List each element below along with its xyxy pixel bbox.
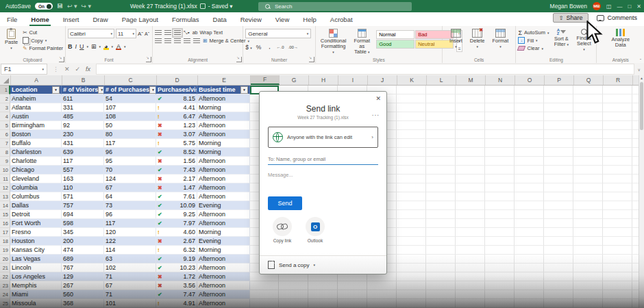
row-header-22[interactable]: 22 (0, 272, 10, 281)
link-permission-button[interactable]: Anyone with the link can edit › (268, 127, 378, 148)
cell-I23[interactable] (338, 281, 367, 290)
cell-F24[interactable] (250, 290, 279, 299)
cell-L15[interactable] (426, 210, 456, 219)
cell-purchases-12[interactable]: 67 (104, 183, 156, 192)
column-header-A[interactable]: A (11, 75, 62, 85)
cell-visitors-8[interactable]: 639 (62, 148, 104, 157)
cell-location-3[interactable]: Atlanta (10, 103, 62, 112)
cell-visitors-4[interactable]: 485 (62, 112, 104, 121)
cell-O20[interactable] (515, 255, 544, 264)
cell-O22[interactable] (515, 272, 544, 281)
increase-decimal-button[interactable]: ←.0 (277, 45, 284, 49)
delete-cells-button[interactable]: Delete▾ (467, 27, 488, 50)
cell-ratio-2[interactable]: ✔8.15 (156, 94, 197, 103)
cell-N5[interactable] (485, 121, 515, 130)
tab-file[interactable]: File (0, 12, 24, 26)
row-header-20[interactable]: 20 (0, 255, 10, 264)
tab-acrobat[interactable]: Acrobat (323, 12, 360, 26)
cell-ratio-12[interactable]: ✖1.47 (156, 183, 197, 192)
comma-button[interactable]: ， (265, 43, 272, 51)
cell-Q24[interactable] (573, 290, 603, 299)
row-header-15[interactable]: 15 (0, 210, 10, 219)
fill-color-button[interactable]: ◕ (103, 43, 108, 50)
cell-H24[interactable] (308, 290, 338, 299)
cell-O16[interactable] (515, 219, 544, 228)
column-header-M[interactable]: M (456, 75, 486, 85)
cell-N22[interactable] (485, 272, 515, 281)
cell-visitors-18[interactable]: 200 (62, 237, 104, 246)
cell-L4[interactable] (426, 112, 456, 121)
cell-R6[interactable] (603, 130, 632, 139)
cell-Q14[interactable] (573, 201, 603, 210)
cell-visitors-2[interactable]: 611 (62, 94, 104, 103)
cell-location-5[interactable]: Birmingham (10, 121, 62, 130)
table-header-E[interactable]: Busiest time▾ (197, 86, 250, 94)
collapse-ribbon-icon[interactable]: ˆ (640, 58, 641, 62)
cell-R14[interactable] (603, 201, 632, 210)
cell-purchases-20[interactable]: 63 (104, 255, 156, 264)
cell-ratio-19[interactable]: !6.32 (156, 246, 197, 255)
cell-G25[interactable] (279, 299, 308, 308)
cell-Q8[interactable] (573, 148, 603, 157)
cell-busiest-8[interactable]: Morning (197, 148, 250, 157)
percent-button[interactable]: % (256, 44, 262, 51)
cell-ratio-14[interactable]: ✔10.09 (156, 201, 197, 210)
cell-P17[interactable] (544, 228, 573, 237)
cell-busiest-25[interactable]: Afternoon (197, 299, 250, 308)
cell-R17[interactable] (603, 228, 632, 237)
tab-page-layout[interactable]: Page Layout (115, 12, 165, 26)
cell-M19[interactable] (456, 246, 485, 255)
cell-visitors-5[interactable]: 92 (62, 121, 104, 130)
cell-purchases-15[interactable]: 96 (104, 210, 156, 219)
tab-data[interactable]: Data (206, 12, 234, 26)
cell-O25[interactable] (515, 299, 544, 308)
cell-visitors-15[interactable]: 694 (62, 210, 104, 219)
cell-O10[interactable] (515, 166, 544, 175)
cell-R2[interactable] (603, 94, 632, 103)
cell-K25[interactable] (397, 299, 426, 308)
cell-O13[interactable] (515, 192, 544, 201)
cell-Q12[interactable] (573, 183, 603, 192)
cell-location-2[interactable]: Anaheim (10, 94, 62, 103)
cell-K24[interactable] (397, 290, 426, 299)
tab-help[interactable]: Help (296, 12, 323, 26)
grow-font-button[interactable]: Aˆ (138, 31, 143, 37)
cell-busiest-22[interactable]: Afternoon (197, 272, 250, 281)
cell-J25[interactable] (367, 299, 397, 308)
vertical-scrollbar[interactable]: ▲ (639, 75, 644, 308)
cell-I24[interactable] (338, 290, 367, 299)
cell-M2[interactable] (456, 94, 485, 103)
cell-purchases-25[interactable]: 101 (104, 299, 156, 308)
cell-purchases-10[interactable]: 70 (104, 166, 156, 175)
cell-R15[interactable] (603, 210, 632, 219)
cell-visitors-21[interactable]: 767 (62, 264, 104, 272)
cell-L2[interactable] (426, 94, 456, 103)
formula-input[interactable] (96, 64, 634, 75)
cell-L10[interactable] (426, 166, 456, 175)
cell-busiest-23[interactable]: Afternoon (197, 281, 250, 290)
cell-P5[interactable] (544, 121, 573, 130)
clipboard-dialog-launcher[interactable]: ↘ (59, 57, 64, 62)
cell-N23[interactable] (485, 281, 515, 290)
cell-purchases-24[interactable]: 71 (104, 290, 156, 299)
cell-I25[interactable] (338, 299, 367, 308)
cell-purchases-9[interactable]: 95 (104, 157, 156, 166)
cell-R25[interactable] (603, 299, 632, 308)
cell-ratio-22[interactable]: ✖1.72 (156, 272, 197, 281)
cell-Q4[interactable] (573, 112, 603, 121)
cell-ratio-7[interactable]: !5.75 (156, 139, 197, 148)
cell-H25[interactable] (308, 299, 338, 308)
cell-R1[interactable] (603, 86, 632, 94)
cell-P8[interactable] (544, 148, 573, 157)
cell-Q21[interactable] (573, 264, 603, 272)
cell-L17[interactable] (426, 228, 456, 237)
wrap-text-button[interactable]: abWrap Text (193, 29, 223, 36)
cell-ratio-20[interactable]: ✔9.19 (156, 255, 197, 264)
row-header-12[interactable]: 12 (0, 183, 10, 192)
style-good[interactable]: Good (376, 40, 414, 49)
cell-O11[interactable] (515, 175, 544, 183)
cell-location-17[interactable]: Fresno (10, 228, 62, 237)
cell-K10[interactable] (397, 166, 426, 175)
align-right-icon[interactable] (174, 38, 181, 44)
cell-L3[interactable] (426, 103, 456, 112)
